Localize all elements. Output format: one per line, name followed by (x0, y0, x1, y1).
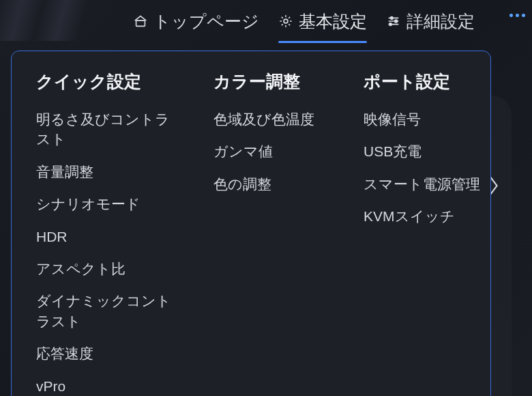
menu-item-dynamic-contrast[interactable]: ダイナミックコントラスト (36, 291, 179, 331)
menu-item-brightness-contrast[interactable]: 明るさ及びコントラスト (36, 109, 179, 150)
menu-item-scenario-mode[interactable]: シナリオモード (36, 194, 179, 214)
column-port-settings: ポート設定 映像信号 USB充電 スマート電源管理 KVMスイッチ (364, 70, 486, 396)
svg-rect-0 (136, 20, 145, 26)
menu-item-gamut-temp[interactable]: 色域及び色温度 (213, 109, 329, 129)
svg-point-3 (395, 20, 398, 23)
menu-item-video-signal[interactable]: 映像信号 (364, 109, 486, 129)
tab-basic-settings-label: 基本設定 (299, 10, 367, 33)
menu-item-volume[interactable]: 音量調整 (36, 162, 179, 182)
menu-item-color-adjust[interactable]: 色の調整 (213, 174, 329, 194)
svg-point-4 (389, 23, 392, 26)
tab-home-label: トップページ (153, 10, 259, 33)
column-header-quick: クイック設定 (36, 70, 179, 93)
menu-item-aspect-ratio[interactable]: アスペクト比 (36, 259, 179, 279)
column-header-port: ポート設定 (364, 70, 486, 93)
column-header-color: カラー調整 (213, 70, 329, 93)
basic-settings-dropdown: クイック設定 明るさ及びコントラスト 音量調整 シナリオモード HDR アスペク… (11, 51, 491, 396)
column-color-adjustment: カラー調整 色域及び色温度 ガンマ値 色の調整 (213, 70, 329, 396)
column-quick-settings: クイック設定 明るさ及びコントラスト 音量調整 シナリオモード HDR アスペク… (36, 70, 179, 396)
menu-item-response-time[interactable]: 応答速度 (36, 343, 179, 363)
topbar: トップページ 基本設定 詳細設定 (0, 0, 532, 42)
menu-item-usb-charging[interactable]: USB充電 (364, 141, 486, 161)
sliders-icon (386, 14, 401, 29)
tab-home[interactable]: トップページ (133, 0, 259, 42)
menu-item-smart-power[interactable]: スマート電源管理 (364, 174, 486, 194)
tab-basic-settings[interactable]: 基本設定 (278, 0, 367, 42)
gear-icon (278, 14, 293, 29)
svg-point-1 (284, 19, 288, 23)
menu-item-vpro[interactable]: vPro (36, 376, 179, 396)
home-icon (133, 14, 148, 29)
tab-advanced-settings-label: 詳細設定 (407, 10, 475, 33)
more-menu-icon[interactable] (509, 14, 525, 17)
menu-item-gamma[interactable]: ガンマ値 (213, 141, 329, 161)
tab-advanced-settings[interactable]: 詳細設定 (386, 0, 475, 42)
menu-item-hdr[interactable]: HDR (36, 227, 179, 246)
menu-item-kvm-switch[interactable]: KVMスイッチ (364, 206, 486, 226)
svg-point-2 (390, 17, 393, 20)
